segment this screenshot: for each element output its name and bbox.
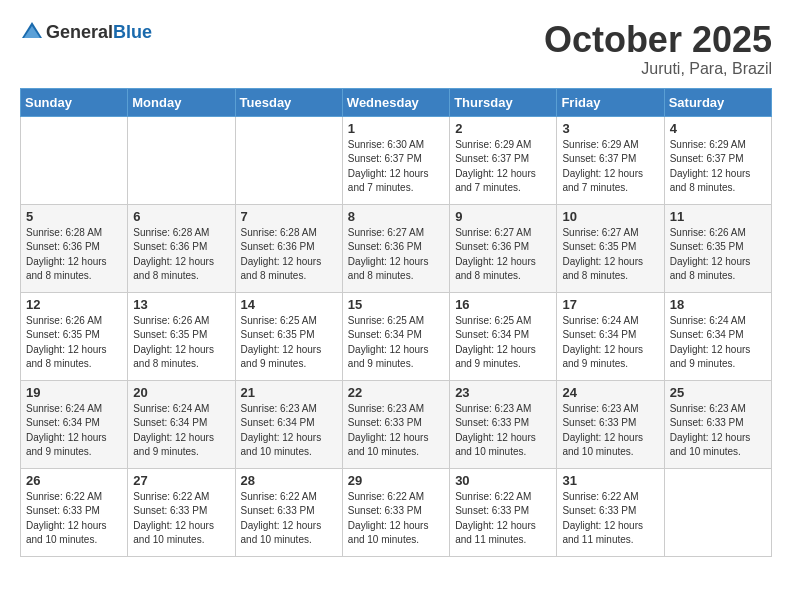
day-number: 28 xyxy=(241,473,337,488)
calendar-day-cell: 7Sunrise: 6:28 AM Sunset: 6:36 PM Daylig… xyxy=(235,204,342,292)
day-number: 16 xyxy=(455,297,551,312)
calendar-day-cell: 31Sunrise: 6:22 AM Sunset: 6:33 PM Dayli… xyxy=(557,468,664,556)
day-info: Sunrise: 6:29 AM Sunset: 6:37 PM Dayligh… xyxy=(670,138,766,196)
logo-general-text: General xyxy=(46,22,113,42)
day-info: Sunrise: 6:27 AM Sunset: 6:36 PM Dayligh… xyxy=(455,226,551,284)
day-number: 4 xyxy=(670,121,766,136)
day-number: 10 xyxy=(562,209,658,224)
day-number: 5 xyxy=(26,209,122,224)
day-of-week-header: Thursday xyxy=(450,88,557,116)
calendar-day-cell: 20Sunrise: 6:24 AM Sunset: 6:34 PM Dayli… xyxy=(128,380,235,468)
day-of-week-header: Saturday xyxy=(664,88,771,116)
calendar-day-cell: 6Sunrise: 6:28 AM Sunset: 6:36 PM Daylig… xyxy=(128,204,235,292)
day-info: Sunrise: 6:28 AM Sunset: 6:36 PM Dayligh… xyxy=(133,226,229,284)
day-info: Sunrise: 6:29 AM Sunset: 6:37 PM Dayligh… xyxy=(562,138,658,196)
day-info: Sunrise: 6:23 AM Sunset: 6:33 PM Dayligh… xyxy=(670,402,766,460)
calendar-day-cell xyxy=(21,116,128,204)
day-info: Sunrise: 6:27 AM Sunset: 6:35 PM Dayligh… xyxy=(562,226,658,284)
day-of-week-header: Monday xyxy=(128,88,235,116)
calendar-day-cell: 18Sunrise: 6:24 AM Sunset: 6:34 PM Dayli… xyxy=(664,292,771,380)
day-info: Sunrise: 6:24 AM Sunset: 6:34 PM Dayligh… xyxy=(26,402,122,460)
day-info: Sunrise: 6:24 AM Sunset: 6:34 PM Dayligh… xyxy=(562,314,658,372)
calendar-day-cell: 26Sunrise: 6:22 AM Sunset: 6:33 PM Dayli… xyxy=(21,468,128,556)
day-info: Sunrise: 6:23 AM Sunset: 6:34 PM Dayligh… xyxy=(241,402,337,460)
calendar-day-cell: 29Sunrise: 6:22 AM Sunset: 6:33 PM Dayli… xyxy=(342,468,449,556)
day-number: 15 xyxy=(348,297,444,312)
calendar-day-cell: 22Sunrise: 6:23 AM Sunset: 6:33 PM Dayli… xyxy=(342,380,449,468)
location-text: Juruti, Para, Brazil xyxy=(544,60,772,78)
day-info: Sunrise: 6:22 AM Sunset: 6:33 PM Dayligh… xyxy=(348,490,444,548)
calendar-week-row: 1Sunrise: 6:30 AM Sunset: 6:37 PM Daylig… xyxy=(21,116,772,204)
calendar-day-cell: 10Sunrise: 6:27 AM Sunset: 6:35 PM Dayli… xyxy=(557,204,664,292)
day-number: 12 xyxy=(26,297,122,312)
calendar-day-cell: 21Sunrise: 6:23 AM Sunset: 6:34 PM Dayli… xyxy=(235,380,342,468)
day-info: Sunrise: 6:25 AM Sunset: 6:35 PM Dayligh… xyxy=(241,314,337,372)
day-info: Sunrise: 6:29 AM Sunset: 6:37 PM Dayligh… xyxy=(455,138,551,196)
calendar-day-cell: 28Sunrise: 6:22 AM Sunset: 6:33 PM Dayli… xyxy=(235,468,342,556)
day-number: 1 xyxy=(348,121,444,136)
day-of-week-header: Friday xyxy=(557,88,664,116)
calendar-day-cell: 2Sunrise: 6:29 AM Sunset: 6:37 PM Daylig… xyxy=(450,116,557,204)
day-number: 2 xyxy=(455,121,551,136)
calendar-day-cell: 9Sunrise: 6:27 AM Sunset: 6:36 PM Daylig… xyxy=(450,204,557,292)
calendar-day-cell: 12Sunrise: 6:26 AM Sunset: 6:35 PM Dayli… xyxy=(21,292,128,380)
day-number: 22 xyxy=(348,385,444,400)
month-title: October 2025 xyxy=(544,20,772,60)
day-info: Sunrise: 6:22 AM Sunset: 6:33 PM Dayligh… xyxy=(26,490,122,548)
day-info: Sunrise: 6:22 AM Sunset: 6:33 PM Dayligh… xyxy=(133,490,229,548)
day-info: Sunrise: 6:24 AM Sunset: 6:34 PM Dayligh… xyxy=(133,402,229,460)
calendar-day-cell: 11Sunrise: 6:26 AM Sunset: 6:35 PM Dayli… xyxy=(664,204,771,292)
day-info: Sunrise: 6:26 AM Sunset: 6:35 PM Dayligh… xyxy=(670,226,766,284)
calendar-day-cell: 5Sunrise: 6:28 AM Sunset: 6:36 PM Daylig… xyxy=(21,204,128,292)
day-number: 23 xyxy=(455,385,551,400)
day-number: 19 xyxy=(26,385,122,400)
day-number: 31 xyxy=(562,473,658,488)
calendar-day-cell: 27Sunrise: 6:22 AM Sunset: 6:33 PM Dayli… xyxy=(128,468,235,556)
day-info: Sunrise: 6:27 AM Sunset: 6:36 PM Dayligh… xyxy=(348,226,444,284)
logo-icon xyxy=(20,20,44,44)
calendar-day-cell xyxy=(128,116,235,204)
day-number: 3 xyxy=(562,121,658,136)
day-info: Sunrise: 6:30 AM Sunset: 6:37 PM Dayligh… xyxy=(348,138,444,196)
day-number: 8 xyxy=(348,209,444,224)
day-number: 25 xyxy=(670,385,766,400)
day-number: 24 xyxy=(562,385,658,400)
calendar-day-cell: 23Sunrise: 6:23 AM Sunset: 6:33 PM Dayli… xyxy=(450,380,557,468)
calendar-day-cell: 17Sunrise: 6:24 AM Sunset: 6:34 PM Dayli… xyxy=(557,292,664,380)
day-info: Sunrise: 6:22 AM Sunset: 6:33 PM Dayligh… xyxy=(562,490,658,548)
day-info: Sunrise: 6:22 AM Sunset: 6:33 PM Dayligh… xyxy=(455,490,551,548)
calendar-day-cell xyxy=(235,116,342,204)
calendar-day-cell: 3Sunrise: 6:29 AM Sunset: 6:37 PM Daylig… xyxy=(557,116,664,204)
day-number: 6 xyxy=(133,209,229,224)
day-info: Sunrise: 6:28 AM Sunset: 6:36 PM Dayligh… xyxy=(26,226,122,284)
day-number: 18 xyxy=(670,297,766,312)
calendar-week-row: 19Sunrise: 6:24 AM Sunset: 6:34 PM Dayli… xyxy=(21,380,772,468)
calendar-day-cell: 16Sunrise: 6:25 AM Sunset: 6:34 PM Dayli… xyxy=(450,292,557,380)
calendar-day-cell: 19Sunrise: 6:24 AM Sunset: 6:34 PM Dayli… xyxy=(21,380,128,468)
calendar-day-cell: 24Sunrise: 6:23 AM Sunset: 6:33 PM Dayli… xyxy=(557,380,664,468)
calendar-day-cell xyxy=(664,468,771,556)
day-info: Sunrise: 6:22 AM Sunset: 6:33 PM Dayligh… xyxy=(241,490,337,548)
day-of-week-header: Sunday xyxy=(21,88,128,116)
logo-blue-text: Blue xyxy=(113,22,152,42)
calendar-day-cell: 15Sunrise: 6:25 AM Sunset: 6:34 PM Dayli… xyxy=(342,292,449,380)
page-header: GeneralBlue October 2025 Juruti, Para, B… xyxy=(20,20,772,78)
day-number: 14 xyxy=(241,297,337,312)
day-number: 20 xyxy=(133,385,229,400)
calendar-day-cell: 1Sunrise: 6:30 AM Sunset: 6:37 PM Daylig… xyxy=(342,116,449,204)
calendar-day-cell: 25Sunrise: 6:23 AM Sunset: 6:33 PM Dayli… xyxy=(664,380,771,468)
calendar-day-cell: 30Sunrise: 6:22 AM Sunset: 6:33 PM Dayli… xyxy=(450,468,557,556)
day-number: 21 xyxy=(241,385,337,400)
day-number: 9 xyxy=(455,209,551,224)
calendar-day-cell: 8Sunrise: 6:27 AM Sunset: 6:36 PM Daylig… xyxy=(342,204,449,292)
calendar-day-cell: 4Sunrise: 6:29 AM Sunset: 6:37 PM Daylig… xyxy=(664,116,771,204)
day-number: 30 xyxy=(455,473,551,488)
day-number: 13 xyxy=(133,297,229,312)
day-number: 17 xyxy=(562,297,658,312)
day-info: Sunrise: 6:24 AM Sunset: 6:34 PM Dayligh… xyxy=(670,314,766,372)
day-info: Sunrise: 6:23 AM Sunset: 6:33 PM Dayligh… xyxy=(562,402,658,460)
day-info: Sunrise: 6:28 AM Sunset: 6:36 PM Dayligh… xyxy=(241,226,337,284)
day-number: 7 xyxy=(241,209,337,224)
day-number: 27 xyxy=(133,473,229,488)
title-block: October 2025 Juruti, Para, Brazil xyxy=(544,20,772,78)
